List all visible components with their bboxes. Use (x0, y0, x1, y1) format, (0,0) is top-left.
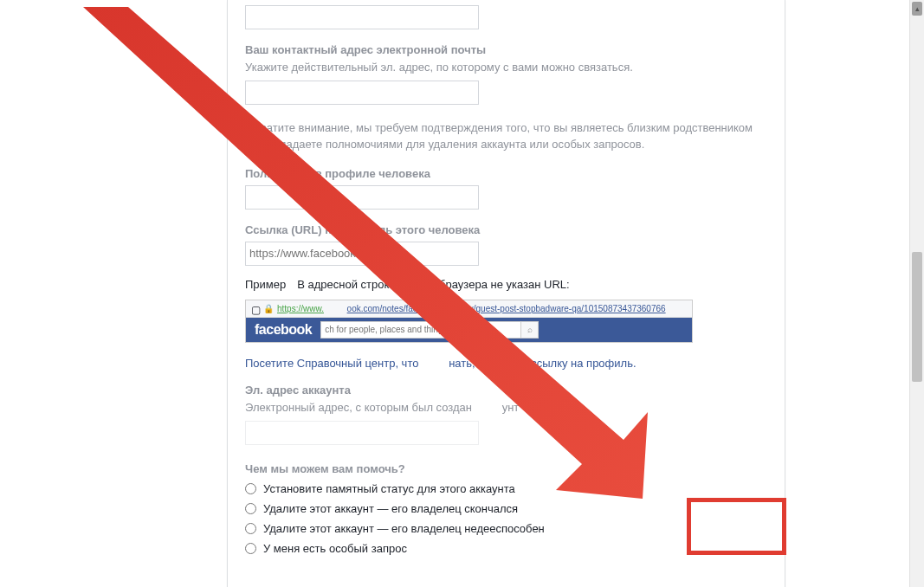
label-memorialize: Установите памятный статус для этого акк… (263, 482, 515, 495)
option-special-request[interactable]: У меня есть особый запрос (245, 542, 767, 555)
example-suffix: В адресной строке вашего браузера не ука… (297, 278, 569, 291)
help-question-label: Чем мы можем вам помочь? (245, 462, 767, 475)
option-memorialize[interactable]: Установите памятный статус для этого акк… (245, 482, 767, 495)
account-email-input[interactable] (245, 421, 479, 445)
radio-special-request[interactable] (245, 543, 256, 554)
label-special-request: У меня есть особый запрос (263, 542, 407, 555)
contact-email-input[interactable] (245, 81, 479, 105)
vertical-scrollbar[interactable]: ▴ (909, 0, 924, 587)
fullname-input[interactable] (245, 185, 479, 210)
radio-delete-incapacitated[interactable] (245, 523, 256, 534)
lock-icon: 🔒 (263, 304, 274, 313)
facebook-search-input (321, 325, 520, 334)
help-center-link[interactable]: Посетите Справочный центр, чтоXXXXнать, … (245, 357, 767, 370)
verification-notice: Обратите внимание, мы требуем подтвержде… (245, 120, 767, 153)
browser-address-bar: ▢ 🔒 https://www.XXXXook.com/notes/facebo… (246, 300, 692, 318)
example-note: ПримерxxВ адресной строке вашего браузер… (245, 278, 767, 291)
radio-delete-deceased[interactable] (245, 503, 256, 514)
help-link-suffix: нать, как найти ссылку на профиль. (449, 357, 636, 370)
label-delete-incapacitated: Удалите этот аккаунт — его владелец неде… (263, 522, 545, 535)
profile-url-label: Ссылка (URL) на профиль этого человека (245, 223, 767, 236)
scrollbar-arrow-up[interactable]: ▴ (912, 2, 922, 16)
browser-example: ▢ 🔒 https://www.XXXXook.com/notes/facebo… (245, 300, 693, 343)
profile-url-input[interactable] (245, 242, 479, 266)
page-icon: ▢ (251, 304, 260, 313)
example-prefix: Пример (245, 278, 286, 291)
radio-memorialize[interactable] (245, 483, 256, 494)
form-card: Ваш контактный адрес электронной почты У… (227, 0, 785, 587)
facebook-search: ⌕ (320, 321, 539, 339)
name-input[interactable] (245, 5, 479, 29)
account-email-help: Электронный адрес, с которым был созданX… (245, 400, 767, 416)
account-email-label: Эл. адрес аккаунта (245, 384, 767, 397)
contact-email-label: Ваш контактный адрес электронной почты (245, 43, 767, 56)
search-icon: ⌕ (520, 322, 539, 338)
option-delete-deceased[interactable]: Удалите этот аккаунт — его владелец скон… (245, 502, 767, 515)
option-delete-incapacitated[interactable]: Удалите этот аккаунт — его владелец неде… (245, 522, 767, 535)
facebook-header: facebook ⌕ (246, 318, 692, 342)
example-url: https://www.XXXXook.com/notes/facebook-s… (277, 304, 666, 313)
scrollbar-thumb[interactable] (912, 252, 922, 382)
facebook-logo: facebook (255, 322, 312, 338)
fullname-label: Полное имя в профиле человека (245, 167, 767, 180)
contact-email-help: Укажите действительный эл. адрес, по кот… (245, 60, 767, 75)
help-options: Установите памятный статус для этого акк… (245, 482, 767, 555)
label-delete-deceased: Удалите этот аккаунт — его владелец скон… (263, 502, 518, 515)
card-body: Ваш контактный адрес электронной почты У… (228, 0, 785, 572)
help-link-prefix: Посетите Справочный центр, что (245, 357, 418, 370)
